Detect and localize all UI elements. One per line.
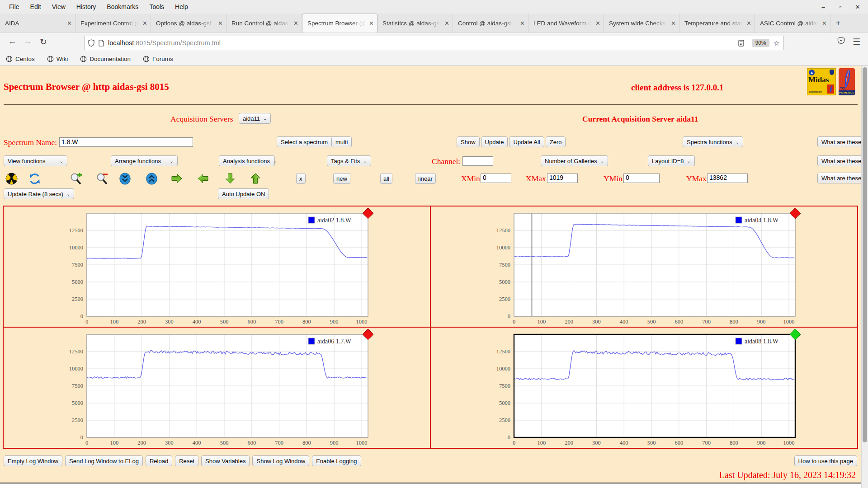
menu-tools[interactable]: Tools	[144, 3, 170, 10]
ymin-input[interactable]: 0	[623, 174, 660, 183]
reader-mode-icon[interactable]	[738, 40, 744, 47]
zoom-in-icon[interactable]	[69, 173, 83, 187]
bookmark-wiki[interactable]: Wiki	[47, 56, 68, 62]
scrollbar-thumb[interactable]	[863, 67, 867, 442]
arrange-functions-dropdown[interactable]: Arrange functions⌄	[111, 155, 178, 166]
update-rate-dropdown[interactable]: Update Rate (8 secs)⌄	[4, 188, 74, 199]
back-button[interactable]: ←	[8, 37, 17, 47]
tab-close-icon[interactable]: ✕	[442, 20, 449, 27]
tab-asic-control-aidas[interactable]: ASIC Control @ aidas✕	[755, 14, 830, 33]
ymax-input[interactable]: 13862	[707, 174, 748, 183]
zoom-out-icon[interactable]	[95, 173, 109, 187]
url-bar[interactable]: localhost:8015/Spectrum/Spectrum.tml 90%…	[84, 36, 784, 50]
tab-aida[interactable]: AIDA✕	[0, 14, 75, 33]
all-button[interactable]: all	[380, 173, 392, 184]
empty-log-window-button[interactable]: Empty Log Window	[4, 455, 62, 466]
pan-down-icon[interactable]	[249, 173, 262, 186]
tab-statistics-aidas-gsi[interactable]: Statistics @ aidas-gsi✕	[377, 14, 453, 33]
tab-close-icon[interactable]: ✕	[367, 20, 374, 27]
forward-button[interactable]: →	[24, 37, 32, 47]
bookmark-forums[interactable]: Forums	[143, 56, 173, 62]
tab-close-icon[interactable]: ✕	[291, 20, 298, 27]
tab-close-icon[interactable]: ✕	[593, 20, 600, 27]
tab-close-icon[interactable]: ✕	[140, 20, 147, 27]
tab-run-control-aidas[interactable]: Run Control @ aidas✕	[226, 14, 302, 33]
show-variables-button[interactable]: Show Variables	[201, 455, 250, 466]
scroll-down-icon[interactable]	[119, 173, 131, 187]
show-log-window-button[interactable]: Show Log Window	[252, 455, 309, 466]
spectrum-chart-aida02[interactable]: 0100200300400500600700800900100002500500…	[4, 206, 430, 327]
tab-experiment-control-c[interactable]: Experiment Control (c✕	[75, 14, 151, 33]
maximize-icon[interactable]: ▫	[837, 4, 844, 10]
x-button[interactable]: x	[296, 173, 306, 184]
spectrum-chart-aida08[interactable]: 0100200300400500600700800900100002500500…	[431, 328, 857, 448]
midas-logo[interactable]: ▲ Midas powered by	[807, 68, 836, 95]
acquisition-server-select[interactable]: aida11⌄	[239, 113, 271, 124]
bookmark-documentation[interactable]: Documentation	[80, 56, 131, 62]
menu-history[interactable]: History	[71, 3, 102, 10]
tab-options-aidas-gsi[interactable]: Options @ aidas-gsi✕	[151, 14, 226, 33]
tab-temperature-and-stat[interactable]: Temperature and stat✕	[679, 14, 755, 33]
tab-led-and-waveform-c[interactable]: LED and Waveform c✕	[528, 14, 604, 33]
send-log-window-to-elog-button[interactable]: Send Log Window to ELog	[65, 455, 143, 466]
tab-close-icon[interactable]: ✕	[744, 20, 751, 27]
scrollbar[interactable]	[861, 66, 868, 488]
view-functions-dropdown[interactable]: View functions⌄	[4, 155, 67, 166]
update-button[interactable]: Update	[481, 136, 508, 147]
how-to-use-button[interactable]: How to use this page	[794, 455, 857, 466]
reset-button[interactable]: Reset	[175, 455, 198, 466]
menu-bookmarks[interactable]: Bookmarks	[101, 3, 144, 10]
refresh-icon[interactable]	[28, 173, 41, 187]
tab-system-wide-checks[interactable]: System wide Checks✕	[604, 14, 679, 33]
analysis-functions-dropdown[interactable]: Analysis functions⌄	[219, 155, 275, 166]
tab-spectrum-browser[interactable]: Spectrum Browser (@✕	[302, 14, 377, 33]
what-are-these-button-1[interactable]: What are these?	[817, 136, 868, 147]
xmax-input[interactable]: 1019	[547, 174, 578, 183]
zoom-level-badge[interactable]: 90%	[752, 39, 769, 47]
tab-close-icon[interactable]: ✕	[65, 20, 72, 27]
select-spectrum-dropdown[interactable]: Select a spectrum⌄	[277, 136, 339, 147]
menu-hamburger-icon[interactable]: ☰	[853, 37, 860, 47]
menu-help[interactable]: Help	[170, 3, 193, 10]
auto-update-button[interactable]: Auto Update ON	[218, 188, 269, 199]
zero-button[interactable]: Zero	[546, 136, 566, 147]
xmin-input[interactable]: 0	[481, 174, 511, 183]
bookmark-centos[interactable]: Centos	[6, 56, 35, 62]
enable-logging-button[interactable]: Enable Logging	[312, 455, 361, 466]
pocket-icon[interactable]	[837, 37, 845, 47]
channel-input[interactable]	[462, 156, 493, 166]
spectrum-chart-aida04[interactable]: 0100200300400500600700800900100002500500…	[431, 206, 857, 327]
pan-right-icon[interactable]	[197, 173, 209, 186]
tcl-powered-logo[interactable]: TCL POWERED	[839, 68, 855, 95]
shield-icon[interactable]	[88, 39, 94, 47]
menu-view[interactable]: View	[47, 3, 71, 10]
tab-close-icon[interactable]: ✕	[820, 20, 827, 27]
tab-close-icon[interactable]: ✕	[669, 20, 676, 27]
tab-close-icon[interactable]: ✕	[216, 20, 223, 27]
linear-button[interactable]: linear	[415, 173, 436, 184]
close-icon[interactable]: ✕	[854, 4, 861, 10]
what-are-these-button-3[interactable]: What are these?	[817, 173, 868, 183]
update-all-button[interactable]: Update All	[509, 136, 544, 147]
new-button[interactable]: new	[333, 173, 350, 184]
menu-file[interactable]: File	[4, 3, 25, 10]
menu-edit[interactable]: Edit	[25, 3, 47, 10]
scroll-up-icon[interactable]	[146, 173, 157, 187]
reload-button[interactable]: Reload	[146, 455, 172, 466]
tab-close-icon[interactable]: ✕	[518, 20, 525, 27]
tags-fits-dropdown[interactable]: Tags & Fits⌄	[327, 155, 371, 166]
zero-spectrum-icon[interactable]	[5, 173, 18, 187]
multi-button[interactable]: multi	[331, 136, 352, 147]
spectra-functions-dropdown[interactable]: Spectra functions⌄	[683, 136, 743, 147]
reload-button[interactable]: ↻	[40, 37, 47, 47]
layout-id-dropdown[interactable]: Layout ID=8⌄	[648, 155, 695, 166]
new-tab-button[interactable]: +	[830, 14, 846, 33]
what-are-these-button-2[interactable]: What are these?	[817, 155, 868, 166]
spectrum-name-input[interactable]: 1.8.W	[59, 137, 193, 147]
minimize-icon[interactable]: –	[820, 4, 826, 10]
tab-control-aidas-gsi[interactable]: Control @ aidas-gsi✕	[453, 14, 528, 33]
show-button[interactable]: Show	[457, 136, 480, 147]
pan-left-icon[interactable]	[170, 173, 183, 186]
spectrum-chart-aida06[interactable]: 0100200300400500600700800900100002500500…	[4, 328, 430, 448]
bookmark-star-icon[interactable]: ☆	[774, 39, 780, 47]
